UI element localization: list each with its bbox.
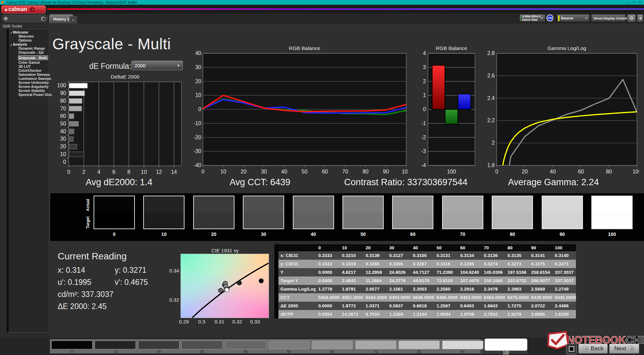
svg-text:-10: -10 [194, 120, 201, 126]
swatch-level-label: 20 [193, 232, 234, 237]
stat-contrast-ratio: Contrast Ratio: 337303697544 [332, 177, 480, 189]
grayscale-level-button-60[interactable]: 60 [312, 340, 353, 353]
calman-logo-text: calman [8, 6, 27, 12]
cie-x-tick: 0.32 [230, 319, 245, 324]
svg-text:2: 2 [492, 140, 495, 146]
sidebar-item-grayscale-2pt[interactable]: Grayscale - 2pt [18, 50, 49, 54]
sidebar-item-color-gamut[interactable]: Color Gamut [18, 60, 49, 64]
sidebar-item-saturation-sweeps[interactable]: Saturation Sweeps [18, 72, 49, 77]
grayscale-level-button-70[interactable]: 70 [355, 340, 396, 353]
grayscale-swatch-90 [542, 196, 583, 229]
grayscale-level-button-80[interactable]: 80 [398, 340, 440, 353]
sidebar-item-screen-angularity[interactable]: Screen Angularity [18, 85, 49, 89]
target-row-label: Target [86, 216, 90, 229]
grayscale-level-button-90[interactable]: 90 [442, 340, 483, 353]
stop-button[interactable] [566, 344, 577, 354]
settings-button[interactable]: ⚙ [627, 14, 636, 22]
source-dropdown[interactable]: Source ▼ [557, 14, 590, 22]
sidebar-item-spectral-power-dist[interactable]: Spectral Power Dist. [18, 93, 49, 97]
level-button-swatch [268, 341, 310, 349]
table-cell: 0.6403 [458, 302, 481, 310]
grayscale-level-button-40[interactable]: 40 [225, 340, 266, 353]
table-cell: 0.3210 [339, 251, 363, 260]
svg-text:2: 2 [82, 169, 85, 175]
de-formula-dropdown[interactable]: 2000 ▼ [131, 61, 183, 70]
calman-menu-button[interactable]: ◈ calman ▼ [1, 5, 46, 13]
table-cell: 0.0000 [316, 276, 339, 285]
media-button-knob-icon [625, 339, 628, 342]
table-row-label: CCT [278, 293, 316, 302]
table-col-header: 60 [458, 244, 481, 251]
sidebar-item-grayscale-multi[interactable]: Grayscale - Multi [18, 55, 48, 60]
reading-v: v': 0.4675 [115, 278, 148, 287]
grayscale-swatch-100 [591, 196, 633, 229]
table-cell: 5.7034 [363, 310, 387, 318]
grayscale-level-button-30[interactable]: 30 [181, 340, 223, 353]
sidebar-item-options[interactable]: Options [18, 38, 49, 42]
sidebar-group-welcome[interactable]: ◢Welcome [9, 30, 49, 34]
grayscale-level-button-50[interactable]: 50 [268, 340, 310, 353]
sidebar-group-analysis[interactable]: ◢Analysis [9, 42, 49, 46]
sidebar-item-3d-lut[interactable]: 3D LUT [18, 64, 49, 68]
svg-text:-20: -20 [194, 135, 201, 140]
table-row-label: Y [278, 268, 316, 276]
table-cell: 0.3127 [387, 251, 411, 260]
maximize-button[interactable]: □ [633, 1, 635, 4]
level-button-label: 50 [268, 350, 310, 354]
level-button-label: 90 [442, 350, 483, 354]
svg-text:60: 60 [60, 113, 66, 119]
collapse-toolbar-button[interactable]: ◀ [637, 14, 643, 22]
reading-x: x: 0.314 [58, 266, 115, 275]
next-button[interactable]: Next » [609, 344, 639, 354]
minimize-button[interactable]: — [626, 1, 629, 4]
grayscale-level-button-10[interactable]: 10 [95, 340, 136, 353]
grayscale-swatch-strip: Actual Target 0102030405060708090100 [50, 193, 644, 241]
table-col-header: 90 [529, 244, 552, 251]
target-patch [592, 212, 632, 229]
sidebar-item-screen-stability[interactable]: Screen Stability [18, 89, 49, 93]
grayscale-level-button-20[interactable]: 20 [138, 340, 179, 353]
table-row-label: Target Y [278, 276, 316, 285]
table-cell: 0.6618 [410, 302, 434, 310]
reading-luminance: cd/m²: 337.3037 [58, 290, 115, 299]
collapse-left-icon: ◀ [41, 16, 45, 21]
sidebar-item-welcome[interactable]: Welcome [18, 34, 49, 38]
table-cell: 2.3479 [481, 285, 505, 293]
window-title: Calman 2022 Calman Ultimate for Business… [6, 1, 137, 4]
svg-text:10: 10 [195, 92, 201, 98]
level-button-swatch [398, 341, 440, 349]
svg-text:80: 80 [606, 169, 612, 174]
panel-toggle-control[interactable]: ◀ [2, 15, 48, 22]
svg-text:0: 0 [198, 106, 201, 112]
grayscale-level-button-0[interactable]: 0 [51, 340, 93, 353]
back-button[interactable]: « Back [578, 344, 608, 354]
sidebar-item-colorchecker[interactable]: ColorChecker [18, 68, 49, 72]
grayscale-swatch-0 [94, 196, 135, 229]
next-label: Next [614, 345, 626, 352]
table-col-header: 30 [387, 244, 411, 251]
table-cell: 145.0306 [481, 268, 505, 276]
meter-dropdown[interactable]: X-Rite i1Pro 2 Direct View ▼ [519, 14, 545, 22]
media-button-knob-icon [584, 339, 588, 342]
table-col-header: 0 [316, 244, 339, 251]
swatch-level-label: 80 [492, 232, 533, 237]
grayscale-level-panel: 0102030405060708090100 [50, 339, 527, 354]
table-cell: 1.8791 [339, 285, 363, 293]
sidebar-item-luminance-sweeps[interactable]: Luminance Sweeps [18, 77, 49, 81]
grayscale-level-button-100[interactable]: 100 [485, 340, 527, 353]
table-cell: 2.1561 [387, 285, 411, 293]
level-button-label: 10 [95, 350, 136, 354]
add-tab-button[interactable]: + [69, 16, 77, 23]
table-cell: 0.3141 [529, 251, 552, 260]
sidebar-item-dynamic-range[interactable]: Dynamic Range [18, 46, 49, 50]
table-col-header: 50 [434, 244, 458, 251]
svg-text:80: 80 [363, 169, 369, 174]
table-cell: 72.8105 [434, 276, 458, 285]
display-control-dropdown[interactable]: Direct Display Control ▼ [591, 14, 626, 22]
table-cell: 0.3319 [339, 260, 363, 268]
close-button[interactable]: ✕ [639, 1, 641, 4]
sidebar-item-screen-uniformity[interactable]: Screen Uniformity [18, 81, 49, 85]
svg-text:20: 20 [240, 169, 247, 174]
media-button-knob-icon [594, 339, 598, 342]
svg-text:10: 10 [220, 169, 226, 174]
